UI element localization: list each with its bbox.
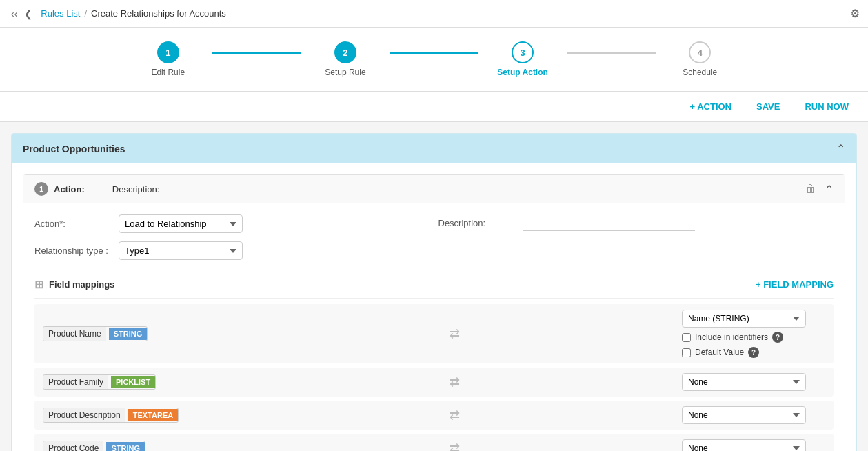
tag-name-product-code: Product Code <box>43 441 103 451</box>
collapse-action-button[interactable]: ⌃ <box>825 183 834 196</box>
step-3[interactable]: 3 Setup Action <box>478 41 567 77</box>
mapping-row-inner-3: Product Description TEXTAREA ⇄ None <box>34 406 834 424</box>
save-button[interactable]: SAVE <box>751 99 785 114</box>
tag-product-code: Product Code STRING <box>43 441 145 451</box>
description-form-label: Description: <box>438 218 514 228</box>
step-3-circle: 3 <box>512 41 534 63</box>
mapping-right-3: None <box>682 406 825 424</box>
default-value-label: Default Value <box>695 348 744 357</box>
default-value-help[interactable]: ? <box>748 347 759 358</box>
connector-1-2 <box>212 52 301 54</box>
default-value-checkbox[interactable] <box>682 348 691 357</box>
form-left: Action*: Load to Relationship Relationsh… <box>34 214 430 260</box>
tag-type-product-code: STRING <box>106 442 145 451</box>
action-header-left: 1 Action: <box>34 182 85 196</box>
run-now-button[interactable]: RUN NOW <box>799 99 854 114</box>
action-number: 1 <box>34 182 48 196</box>
main-content: Product Opportunities ⌃ 1 Action: Descri… <box>0 122 868 451</box>
step-4[interactable]: 4 Schedule <box>656 41 745 77</box>
nav-left: ‹‹ ❮ Rules List / Create Relationships f… <box>8 7 226 21</box>
description-row: Description: <box>438 214 834 231</box>
mapping-select-product-name[interactable]: Name (STRING) <box>682 310 806 328</box>
mapping-tag-product-family: Product Family PICKLIST <box>43 374 228 390</box>
description-header-label: Description: <box>112 184 160 194</box>
mapping-row-product-name: Product Name STRING ⇄ Name (STRING) <box>34 304 834 363</box>
step-2-label: Setup Rule <box>325 68 365 77</box>
include-identifiers-help[interactable]: ? <box>772 332 783 343</box>
mapping-tag-product-description: Product Description TEXTAREA <box>43 408 228 423</box>
add-mapping-button[interactable]: + FIELD MAPPING <box>756 279 834 290</box>
tag-type-product-description: TEXTAREA <box>128 409 178 421</box>
mapping-row-inner-4: Product Code STRING ⇄ None <box>34 439 834 451</box>
settings-button[interactable]: ⚙ <box>850 7 860 20</box>
relationship-type-select[interactable]: Type1 <box>119 241 243 260</box>
section-header: Product Opportunities ⌃ <box>12 134 856 163</box>
action-block: 1 Action: Description: 🗑 ⌃ Action*: <box>23 174 845 451</box>
nav-back-button[interactable]: ‹‹ <box>8 7 20 21</box>
delete-button[interactable]: 🗑 <box>805 183 816 195</box>
field-mappings: ⊞ Field mappings + FIELD MAPPING Product… <box>23 271 845 451</box>
description-input[interactable] <box>523 214 695 231</box>
tag-name-product-description: Product Description <box>43 408 125 422</box>
breadcrumb-link[interactable]: Rules List <box>41 8 80 19</box>
top-nav: ‹‹ ❮ Rules List / Create Relationships f… <box>0 0 868 28</box>
mapping-icon-3: ⇄ <box>228 408 682 423</box>
mapping-select-product-description[interactable]: None <box>682 406 806 424</box>
section-title: Product Opportunities <box>23 143 125 154</box>
mapping-select-product-code[interactable]: None <box>682 439 806 451</box>
mapping-right-2: None <box>682 373 825 391</box>
tag-product-description: Product Description TEXTAREA <box>43 408 179 423</box>
default-value-row: Default Value ? <box>682 347 759 358</box>
action-field-label: Action*: <box>34 219 110 229</box>
field-mappings-label: Field mappings <box>49 279 114 290</box>
step-3-label: Setup Action <box>497 68 548 77</box>
breadcrumb: Rules List / Create Relationships for Ac… <box>41 8 226 19</box>
tag-name-product-family: Product Family <box>43 375 108 389</box>
description-label-header: Description: <box>85 184 805 194</box>
step-4-label: Schedule <box>683 68 717 77</box>
connector-2-3 <box>390 52 478 54</box>
form-right: Description: <box>438 214 834 260</box>
action-select[interactable]: Load to Relationship <box>119 214 243 233</box>
mapping-tag-product-name: Product Name STRING <box>43 326 228 341</box>
transfer-icon-4: ⇄ <box>450 441 460 451</box>
include-identifiers-row: Include in identifiers ? <box>682 332 783 343</box>
mapping-right-1: Name (STRING) Include in identifiers ? D… <box>682 310 825 358</box>
connector-3-4 <box>567 52 656 54</box>
action-header-right: 🗑 ⌃ <box>805 183 834 196</box>
tag-product-name: Product Name STRING <box>43 326 148 341</box>
field-mappings-title: ⊞ Field mappings <box>34 278 114 291</box>
step-1[interactable]: 1 Edit Rule <box>124 41 213 77</box>
section-card: Product Opportunities ⌃ 1 Action: Descri… <box>11 133 857 451</box>
step-2[interactable]: 2 Setup Rule <box>301 41 390 77</box>
step-4-circle: 4 <box>689 41 711 63</box>
action-label: Action: <box>54 184 85 194</box>
field-mappings-header: ⊞ Field mappings + FIELD MAPPING <box>34 271 834 299</box>
collapse-button[interactable]: ⌃ <box>836 142 845 155</box>
mapping-row-product-family: Product Family PICKLIST ⇄ None <box>34 368 834 397</box>
nav-forward-button[interactable]: ❮ <box>21 7 35 21</box>
mapping-tag-product-code: Product Code STRING <box>43 441 228 451</box>
breadcrumb-current: Create Relationships for Accounts <box>91 8 226 19</box>
include-identifiers-label: Include in identifiers <box>695 332 768 342</box>
stepper: 1 Edit Rule 2 Setup Rule 3 Setup Action … <box>124 41 745 77</box>
relationship-type-row: Relationship type : Type1 <box>34 241 430 260</box>
toolbar: + ACTION SAVE RUN NOW <box>0 92 868 122</box>
transfer-icon-2: ⇄ <box>450 374 460 390</box>
step-1-circle: 1 <box>157 41 179 63</box>
breadcrumb-separator: / <box>84 8 87 19</box>
action-header: 1 Action: Description: 🗑 ⌃ <box>23 175 845 203</box>
include-identifiers-checkbox[interactable] <box>682 333 691 342</box>
tag-product-family: Product Family PICKLIST <box>43 374 156 390</box>
mapping-select-product-family[interactable]: None <box>682 373 806 391</box>
nav-arrows: ‹‹ ❮ <box>8 7 35 21</box>
add-action-button[interactable]: + ACTION <box>684 99 737 114</box>
step-1-label: Edit Rule <box>151 68 185 77</box>
step-2-circle: 2 <box>334 41 356 63</box>
mapping-row-product-description: Product Description TEXTAREA ⇄ None <box>34 401 834 430</box>
tag-type-product-name: STRING <box>109 328 148 340</box>
mapping-row-product-code: Product Code STRING ⇄ None <box>34 434 834 451</box>
action-form: Action*: Load to Relationship Relationsh… <box>23 203 845 271</box>
grid-icon: ⊞ <box>34 278 43 291</box>
mapping-icon-4: ⇄ <box>228 441 682 451</box>
